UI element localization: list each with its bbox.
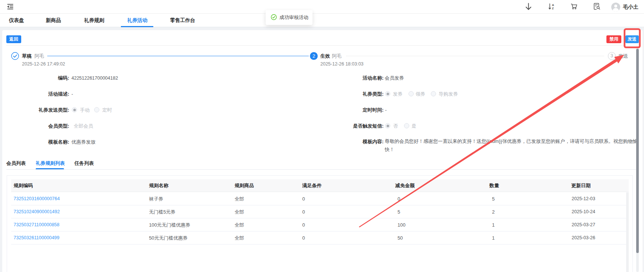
svg-text:A: A (552, 3, 554, 7)
svg-text:Z: Z (552, 7, 554, 10)
